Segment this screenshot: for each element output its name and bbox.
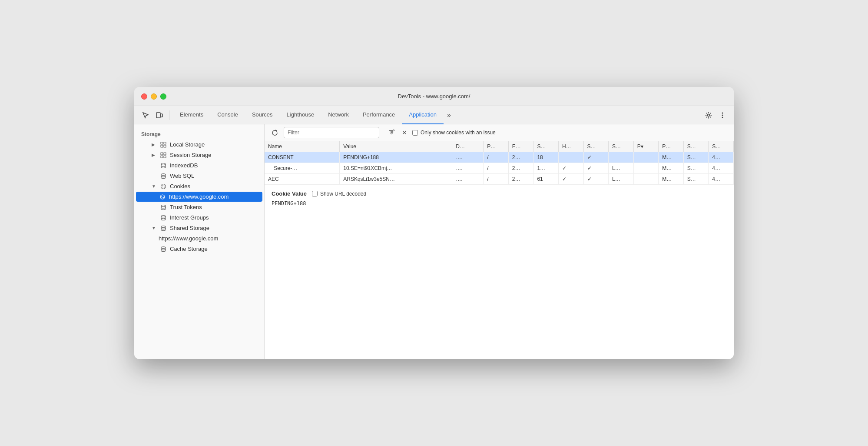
refresh-button[interactable] <box>269 127 280 138</box>
table-cell: 4… <box>709 152 734 163</box>
settings-button[interactable] <box>702 109 715 121</box>
table-cell: …. <box>452 174 484 185</box>
tab-sources[interactable]: Sources <box>245 106 280 124</box>
chevron-down-icon: ▼ <box>152 184 157 189</box>
filter-input[interactable] <box>284 127 379 138</box>
svg-rect-11 <box>164 153 166 155</box>
cookie-value-title: Cookie Value <box>272 190 307 197</box>
svg-point-3 <box>722 112 723 113</box>
cookie-icon <box>159 183 167 190</box>
show-url-decoded-checkbox[interactable] <box>312 191 318 196</box>
table-cell: ✓ <box>583 152 609 163</box>
svg-rect-7 <box>164 142 166 144</box>
svg-point-32 <box>391 133 392 134</box>
col-header-value[interactable]: Value <box>340 141 452 152</box>
table-cell: / <box>484 163 509 174</box>
table-row[interactable]: CONSENTPENDING+188…./2…18✓M…S…4… <box>265 152 734 163</box>
table-cell: / <box>484 174 509 185</box>
svg-rect-6 <box>161 142 163 144</box>
tab-network[interactable]: Network <box>321 106 356 124</box>
toolbar-separator <box>169 110 169 120</box>
only-show-issues-label[interactable]: Only show cookies with an issue <box>412 130 496 136</box>
sidebar-item-local-storage[interactable]: ▶ Local Storage <box>136 140 262 150</box>
table-cell: 4… <box>709 163 734 174</box>
more-options-button[interactable] <box>716 109 729 121</box>
sidebar-item-interest-groups[interactable]: ▶ Interest Groups <box>136 213 262 223</box>
svg-rect-0 <box>156 113 160 118</box>
sidebar-item-trust-tokens[interactable]: ▶ Trust Tokens <box>136 202 262 212</box>
tab-overflow-button[interactable]: » <box>444 106 454 124</box>
tab-performance[interactable]: Performance <box>356 106 402 124</box>
database-icon <box>159 215 167 221</box>
sidebar-item-session-storage[interactable]: ▶ Session Storage <box>136 150 262 160</box>
device-toggle-button[interactable] <box>153 109 166 121</box>
storage-section-label: Storage <box>134 128 264 139</box>
col-header-expires[interactable]: E… <box>508 141 533 152</box>
svg-point-27 <box>161 215 166 217</box>
sidebar: Storage ▶ Local Storage ▶ <box>134 124 265 359</box>
tab-elements[interactable]: Elements <box>173 106 210 124</box>
col-header-sourceport[interactable]: S… <box>683 141 709 152</box>
sidebar-item-shared-storage[interactable]: ▼ Shared Storage <box>136 223 262 233</box>
sidebar-item-cookies-google[interactable]: https://www.google.com <box>136 192 262 202</box>
svg-point-15 <box>161 173 166 175</box>
sidebar-item-shared-storage-google[interactable]: https://www.google.com <box>136 233 262 243</box>
database-icon <box>159 173 167 179</box>
table-cell: S… <box>683 152 709 163</box>
tab-toolbar: Elements Console Sources Lighthouse Netw… <box>134 106 734 124</box>
col-header-samesite[interactable]: S… <box>609 141 634 152</box>
chevron-right-icon: ▶ <box>152 142 157 147</box>
col-header-size[interactable]: S… <box>533 141 559 152</box>
svg-point-22 <box>161 196 162 196</box>
tab-lighthouse[interactable]: Lighthouse <box>280 106 321 124</box>
only-show-issues-checkbox[interactable] <box>412 130 418 136</box>
col-header-httponly[interactable]: H… <box>558 141 583 152</box>
col-header-priority[interactable]: P▾ <box>633 141 659 152</box>
tab-console[interactable]: Console <box>210 106 245 124</box>
table-row[interactable]: AECARSKqsLi1w3e5SN……./2…61✓✓L…M…S…4… <box>265 174 734 185</box>
maximize-button[interactable] <box>160 93 166 100</box>
col-header-sourcescheme[interactable]: S… <box>709 141 734 152</box>
main-content: Storage ▶ Local Storage ▶ <box>134 124 734 359</box>
close-button[interactable] <box>141 93 147 100</box>
sidebar-item-web-sql[interactable]: ▶ Web SQL <box>136 171 262 181</box>
svg-point-28 <box>161 226 166 227</box>
table-cell: CONSENT <box>265 152 340 163</box>
inspect-element-button[interactable] <box>139 109 152 121</box>
svg-rect-10 <box>161 153 163 155</box>
svg-point-26 <box>161 205 166 206</box>
chevron-down-icon: ▼ <box>152 226 157 230</box>
show-url-decoded-label[interactable]: Show URL decoded <box>312 191 366 197</box>
svg-point-14 <box>161 163 166 165</box>
table-row[interactable]: __Secure-…10.SE=nt91XCBmj……./2…1…✓✓L…M…S… <box>265 163 734 174</box>
tab-application[interactable]: Application <box>402 106 444 124</box>
minimize-button[interactable] <box>151 93 157 100</box>
col-header-domain[interactable]: D… <box>452 141 484 152</box>
grid-icon <box>159 142 167 148</box>
svg-point-30 <box>393 130 394 131</box>
sidebar-item-cache-storage[interactable]: ▶ Cache Storage <box>136 244 262 254</box>
sidebar-item-cookies[interactable]: ▼ Cookies <box>136 181 262 191</box>
grid-icon <box>159 152 167 158</box>
svg-rect-12 <box>161 156 163 158</box>
clear-filter-icon[interactable]: ✕ <box>400 128 409 137</box>
col-header-name[interactable]: Name <box>265 141 340 152</box>
sidebar-item-indexeddb[interactable]: ▶ IndexedDB <box>136 160 262 170</box>
database-icon <box>159 246 167 252</box>
table-cell: 1… <box>533 163 559 174</box>
chevron-right-icon: ▶ <box>152 153 157 157</box>
col-header-secure[interactable]: S… <box>583 141 609 152</box>
table-cell: …. <box>452 163 484 174</box>
col-header-path[interactable]: P… <box>484 141 509 152</box>
filter-options-icon[interactable] <box>387 128 397 137</box>
table-cell: 2… <box>508 174 533 185</box>
toolbar-right <box>702 109 729 121</box>
database-icon <box>159 163 167 169</box>
svg-point-19 <box>162 186 163 187</box>
cookie-value-text: PENDING+188 <box>272 200 727 206</box>
cookies-table-area: Name Value D… P… E… S… H… S… S… P▾ P… S… <box>265 141 734 185</box>
toolbar-separator <box>383 129 383 136</box>
col-header-partitioned[interactable]: P… <box>659 141 684 152</box>
database-icon <box>159 225 167 231</box>
svg-rect-13 <box>164 156 166 158</box>
